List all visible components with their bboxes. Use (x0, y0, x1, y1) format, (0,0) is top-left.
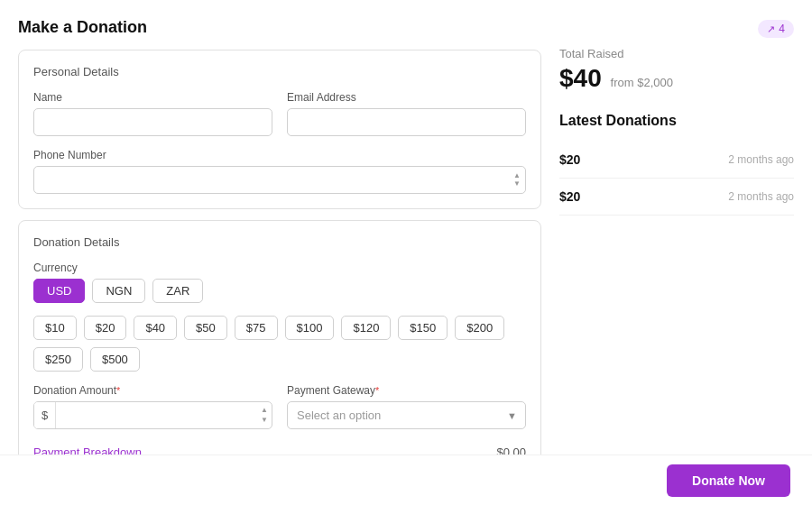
donate-button[interactable]: Donate Now (667, 464, 790, 497)
donation-2-amount: $20 (559, 189, 580, 204)
donation-amount-label: Donation Amount* (33, 384, 272, 397)
amount-100[interactable]: $100 (285, 316, 335, 340)
amount-40[interactable]: $40 (134, 316, 177, 340)
donation-amount-input[interactable] (56, 402, 257, 428)
email-label: Email Address (287, 91, 526, 104)
donation-amount-group: Donation Amount* $ ▲ ▼ (33, 384, 272, 429)
personal-details-title: Personal Details (33, 65, 526, 78)
badge-row: ↗ 4 (559, 20, 794, 38)
currency-zar[interactable]: ZAR (152, 279, 203, 303)
amount-10[interactable]: $10 (33, 316, 77, 340)
dollar-symbol: $ (34, 402, 56, 428)
donation-inputs-row: Donation Amount* $ ▲ ▼ Payment Gateway* (33, 384, 526, 429)
currency-ngn[interactable]: NGN (92, 279, 145, 303)
payment-gateway-select[interactable]: Select an option (287, 401, 526, 429)
trend-badge: ↗ 4 (758, 20, 794, 38)
phone-group: Phone Number ▲ ▼ (33, 149, 526, 194)
total-raised-row: $40 from $2,000 (559, 64, 794, 93)
name-email-row: Name Email Address (33, 91, 526, 136)
personal-details-card: Personal Details Name Email Address Phon… (18, 50, 541, 209)
total-raised-section: Total Raised $40 from $2,000 (559, 47, 794, 93)
email-input[interactable] (287, 108, 526, 136)
phone-input-wrapper: ▲ ▼ (33, 166, 526, 194)
donation-item-1: $20 2 months ago (559, 142, 794, 179)
name-group: Name (33, 91, 272, 136)
amount-500[interactable]: $500 (90, 347, 140, 372)
gateway-required-star: * (375, 385, 379, 396)
latest-donations-title: Latest Donations (559, 113, 794, 129)
name-input[interactable] (33, 108, 272, 136)
badge-count: 4 (779, 23, 785, 35)
donation-1-amount: $20 (559, 152, 580, 167)
amount-75[interactable]: $75 (235, 316, 278, 340)
bottom-bar: Donate Now (0, 454, 812, 505)
amount-250[interactable]: $250 (33, 347, 83, 372)
payment-gateway-select-wrapper: Select an option ▼ (287, 401, 526, 429)
total-raised-goal: from $2,000 (611, 76, 673, 89)
payment-gateway-group: Payment Gateway* Select an option ▼ (287, 384, 526, 429)
donation-details-card: Donation Details Currency USD NGN ZAR $1… (18, 220, 541, 474)
amount-row: $10 $20 $40 $50 $75 $100 $120 $150 $200 … (33, 316, 526, 372)
amount-120[interactable]: $120 (341, 316, 391, 340)
donation-1-time: 2 months ago (728, 153, 794, 166)
total-raised-label: Total Raised (559, 47, 794, 60)
amount-spinner[interactable]: ▲ ▼ (257, 406, 272, 424)
donation-2-time: 2 months ago (728, 190, 794, 203)
amount-down-arrow[interactable]: ▼ (261, 416, 268, 425)
phone-spinner[interactable]: ▲ ▼ (513, 172, 521, 188)
currency-label: Currency (33, 262, 526, 274)
amount-200[interactable]: $200 (455, 316, 504, 340)
currency-usd[interactable]: USD (33, 279, 85, 303)
phone-input[interactable] (33, 166, 526, 194)
amount-up-arrow[interactable]: ▲ (261, 406, 268, 415)
amount-50[interactable]: $50 (184, 316, 227, 340)
phone-up-arrow[interactable]: ▲ (513, 172, 521, 179)
phone-down-arrow[interactable]: ▼ (513, 180, 521, 188)
name-label: Name (33, 91, 272, 104)
currency-row: USD NGN ZAR (33, 279, 526, 303)
page-title: Make a Donation (18, 18, 541, 37)
phone-label: Phone Number (33, 149, 526, 161)
email-group: Email Address (287, 91, 526, 136)
total-raised-amount: $40 (559, 64, 602, 92)
amount-150[interactable]: $150 (398, 316, 448, 340)
right-panel: ↗ 4 Total Raised $40 from $2,000 Latest … (559, 18, 794, 487)
donation-required-star: * (116, 385, 120, 396)
donations-list: $20 2 months ago $20 2 months ago (559, 142, 794, 216)
donation-item-2: $20 2 months ago (559, 179, 794, 216)
trending-up-icon: ↗ (767, 23, 775, 35)
donation-amount-input-wrapper: $ ▲ ▼ (33, 401, 272, 429)
donation-details-title: Donation Details (33, 235, 526, 249)
amount-20[interactable]: $20 (84, 316, 127, 340)
payment-gateway-label: Payment Gateway* (287, 384, 526, 397)
